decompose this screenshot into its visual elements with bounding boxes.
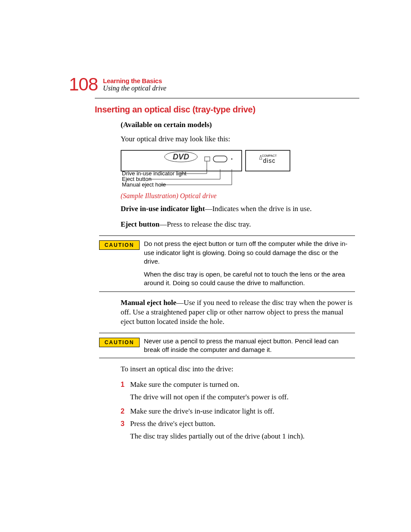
step-3: 3 Press the drive's eject button. [121,419,355,429]
section-title: Using the optical drive [103,84,166,92]
svg-point-6 [231,159,233,160]
step-number: 2 [121,407,130,417]
caution-label: CAUTION [99,338,140,347]
callout-manual-eject: Manual eject hole [122,181,166,188]
optical-drive-illustration: DVD COMPACT disc [121,150,355,200]
insert-intro: To insert an optical disc into the drive… [121,364,355,374]
caution-block-pencil: CAUTION Never use a pencil to press the … [99,333,355,359]
header-rule [95,98,359,99]
def-manual-eject: Manual eject hole—Use if you need to rel… [121,298,355,327]
illustration-caption: (Sample Illustration) Optical drive [121,192,355,200]
step-3-sub: The disc tray slides partially out of th… [130,432,355,442]
step-1: 1 Make sure the computer is turned on. [121,380,355,390]
chapter-title: Learning the Basics [103,77,166,84]
heading: Inserting an optical disc (tray-type dri… [95,105,359,115]
step-number: 1 [121,380,130,390]
svg-text:disc: disc [263,157,276,164]
availability-note: (Available on certain models) [121,121,355,129]
step-2: 2 Make sure the drive's in-use indicator… [121,407,355,417]
caution-text: Never use a pencil to press the manual e… [144,337,355,355]
svg-text:COMPACT: COMPACT [262,154,277,157]
svg-text:DVD: DVD [173,152,189,161]
step-1-sub: The drive will not open if the computer'… [130,392,355,402]
svg-rect-4 [205,157,210,161]
def-drive-in-use: Drive in-use indicator light—Indicates w… [121,204,355,214]
step-number: 3 [121,419,130,429]
caution-block-eject: CAUTION Do not press the eject button or… [99,235,355,292]
def-eject-button: Eject button—Press to release the disc t… [121,220,355,229]
page-number: 108 [69,75,98,93]
svg-rect-5 [213,156,227,162]
caution-text: Do not press the eject button or turn of… [144,240,355,266]
caution-label: CAUTION [99,240,140,250]
intro-text: Your optical drive may look like this: [121,134,355,144]
caution-text: When the disc tray is open, be careful n… [144,270,355,288]
